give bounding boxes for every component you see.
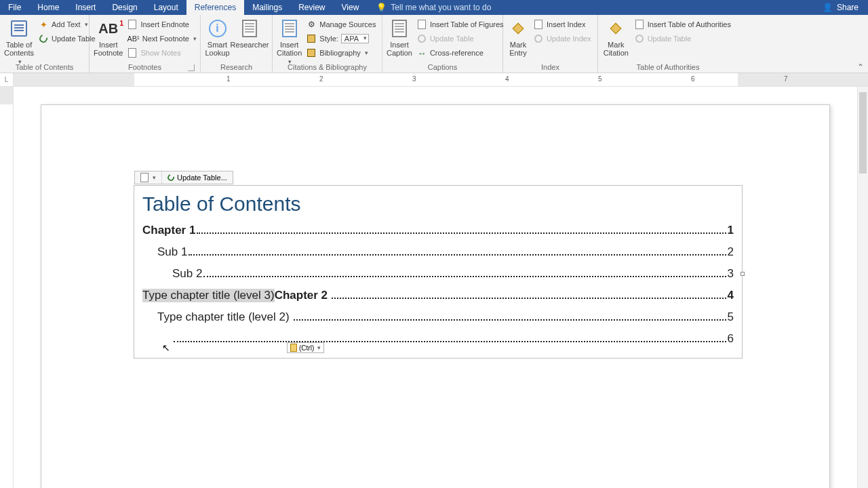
tell-me-label: Tell me what you want to do — [391, 3, 491, 12]
toc-update-button[interactable]: Update Table... — [162, 171, 233, 184]
collapse-ribbon-button[interactable]: ⌃ — [857, 62, 864, 72]
insert-table-of-figures-button[interactable]: Insert Table of Figures — [414, 18, 507, 31]
group-label-research: Research — [220, 63, 252, 71]
table-of-contents-button[interactable]: Table ofContents ▾ — [4, 16, 34, 65]
refresh-icon — [38, 33, 49, 44]
toc-title: Table of Contents — [142, 192, 734, 216]
update-table-captions-button[interactable]: Update Table — [414, 32, 507, 45]
horizontal-ruler[interactable]: 1 2 3 4 5 6 7 — [14, 73, 868, 86]
group-label-toc: Table of Contents — [16, 63, 74, 71]
book-icon — [11, 20, 27, 37]
insert-index-button[interactable]: Insert Index — [530, 18, 593, 31]
insert-caption-button[interactable]: InsertCaption — [387, 16, 412, 57]
mark-citation-icon — [610, 23, 622, 35]
toc-label: Table ofContents — [4, 41, 34, 57]
vertical-ruler[interactable] — [0, 87, 14, 488]
toc-entry[interactable]: Type chapter title (level 2)5 — [142, 310, 734, 324]
citation-icon — [282, 20, 297, 37]
toc-field-toolbar: ▾ Update Table... — [134, 171, 233, 184]
footnote-icon: AB1 — [98, 21, 118, 37]
scrollbar-thumb[interactable] — [859, 92, 867, 174]
group-label-authorities: Table of Authorities — [637, 63, 700, 71]
group-label-footnotes: Footnotes — [128, 63, 161, 71]
smart-lookup-icon: i — [209, 20, 226, 37]
selected-text: Type chapter title (level 3) — [142, 289, 275, 302]
update-index-button[interactable]: Update Index — [530, 32, 593, 45]
insert-footnote-button[interactable]: AB1 InsertFootnote — [94, 16, 123, 57]
insert-table-of-authorities-button[interactable]: Insert Table of Authorities — [631, 18, 734, 31]
researcher-button[interactable]: Researcher — [231, 16, 268, 49]
share-icon: 👤 — [823, 3, 833, 12]
page[interactable]: ▾ Update Table... Table of Contents Chap… — [41, 104, 830, 488]
update-table-button[interactable]: Update Table — [35, 32, 98, 45]
tab-strip: File Home Insert Design Layout Reference… — [0, 0, 868, 15]
ruler-row: L 1 2 3 4 5 6 7 — [0, 73, 868, 87]
insert-index-icon — [534, 20, 542, 29]
add-text-button[interactable]: ✦ Add Text▾ — [35, 18, 98, 31]
bibliography-button[interactable]: Bibliography▾ — [303, 46, 378, 60]
tab-insert[interactable]: Insert — [67, 0, 104, 15]
show-notes-icon — [128, 48, 136, 58]
toc-entry[interactable]: Sub 12 — [142, 245, 734, 259]
vertical-scrollbar[interactable] — [857, 87, 868, 488]
tab-file[interactable]: File — [0, 0, 29, 15]
toc-entry[interactable]: Chapter 11 — [142, 224, 734, 237]
authorities-icon — [635, 20, 644, 29]
share-label: Share — [837, 3, 859, 12]
paste-options-button[interactable]: (Ctrl)▾ — [287, 342, 324, 353]
show-notes-button[interactable]: Show Notes — [124, 46, 199, 60]
style-value[interactable]: APA▾ — [341, 34, 369, 43]
figures-icon — [418, 20, 426, 29]
bulb-icon: 💡 — [376, 3, 387, 12]
refresh-icon — [416, 33, 427, 44]
toc-entry[interactable]: Type chapter title (level 3) Chapter 2 4 — [142, 289, 734, 302]
toc-field[interactable]: ▾ Update Table... Table of Contents Chap… — [134, 185, 743, 359]
tab-design[interactable]: Design — [104, 0, 145, 15]
update-authorities-button[interactable]: Update Table — [631, 32, 734, 45]
tab-selector[interactable]: L — [0, 73, 14, 86]
mark-entry-icon — [513, 23, 524, 35]
cross-reference-button[interactable]: ↔ Cross-reference — [414, 46, 507, 60]
ribbon: Table ofContents ▾ ✦ Add Text▾ Update Ta… — [0, 15, 868, 73]
document-area[interactable]: ▾ Update Table... Table of Contents Chap… — [14, 87, 857, 488]
group-label-captions: Captions — [428, 63, 457, 71]
refresh-icon — [533, 33, 544, 44]
refresh-icon — [166, 173, 176, 182]
insert-citation-button[interactable]: InsertCitation ▾ — [277, 16, 302, 65]
add-text-icon: ✦ — [40, 20, 47, 30]
mark-citation-button[interactable]: MarkCitation — [602, 16, 630, 57]
insert-endnote-button[interactable]: Insert Endnote — [124, 18, 199, 31]
manage-sources-icon: ⚙ — [308, 20, 315, 29]
group-label-index: Index — [541, 63, 559, 71]
toc-menu-button[interactable]: ▾ — [135, 171, 162, 184]
researcher-icon — [242, 20, 257, 37]
next-footnote-icon: AB¹ — [127, 35, 139, 43]
style-icon — [307, 35, 315, 43]
mark-entry-button[interactable]: MarkEntry — [507, 16, 529, 57]
bibliography-icon — [307, 49, 315, 57]
tab-review[interactable]: Review — [290, 0, 333, 15]
refresh-icon — [633, 33, 644, 44]
style-dropdown[interactable]: Style: APA▾ — [303, 32, 378, 45]
smart-lookup-button[interactable]: i SmartLookup — [205, 16, 230, 57]
tab-layout[interactable]: Layout — [146, 0, 186, 15]
paste-icon — [290, 344, 297, 352]
group-label-citations: Citations & Bibliography — [288, 63, 367, 71]
resize-handle[interactable] — [741, 272, 745, 276]
tell-me-search[interactable]: 💡 Tell me what you want to do — [367, 0, 491, 15]
manage-sources-button[interactable]: ⚙ Manage Sources — [303, 18, 378, 31]
share-button[interactable]: 👤 Share — [813, 0, 868, 15]
tab-references[interactable]: References — [186, 0, 244, 15]
footnotes-launcher[interactable] — [188, 64, 195, 71]
tab-home[interactable]: Home — [29, 0, 67, 15]
endnote-icon — [128, 20, 136, 29]
next-footnote-button[interactable]: AB¹ Next Footnote▾ — [124, 32, 199, 45]
tab-view[interactable]: View — [334, 0, 368, 15]
cross-reference-icon: ↔ — [417, 48, 426, 58]
tab-mailings[interactable]: Mailings — [244, 0, 290, 15]
toc-menu-icon — [140, 173, 149, 182]
caption-icon — [392, 20, 407, 37]
toc-entry[interactable]: Sub 23 — [142, 267, 734, 281]
toc-entry[interactable]: 6 — [142, 332, 734, 346]
